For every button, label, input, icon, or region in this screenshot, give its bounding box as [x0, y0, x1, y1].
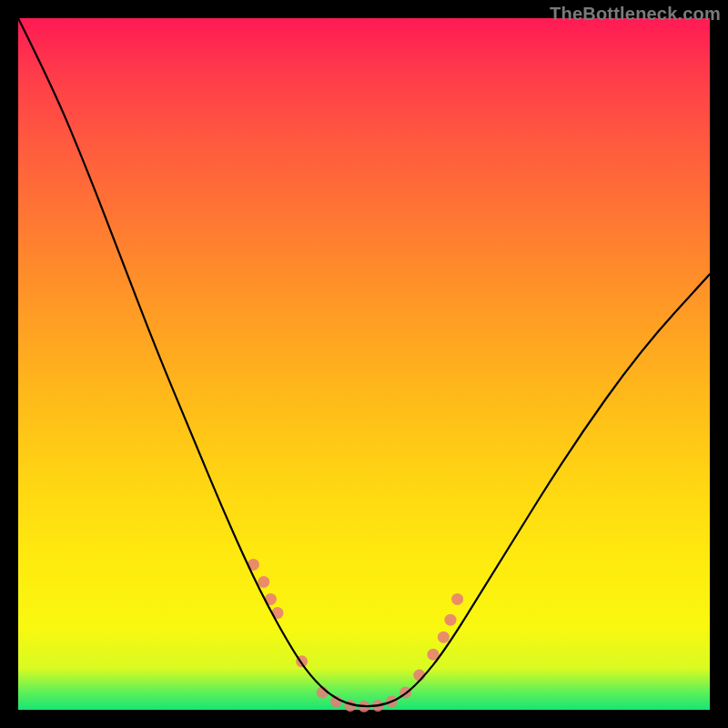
scatter-point [445, 614, 457, 626]
scatter-point [438, 632, 450, 643]
scatter-point [258, 576, 269, 588]
bottleneck-curve [18, 18, 710, 706]
chart-frame: TheBottleneck.com [0, 0, 728, 728]
scatter-group [248, 559, 463, 713]
watermark-text: TheBottleneck.com [550, 4, 721, 25]
scatter-point [451, 593, 463, 605]
chart-svg [18, 18, 710, 710]
